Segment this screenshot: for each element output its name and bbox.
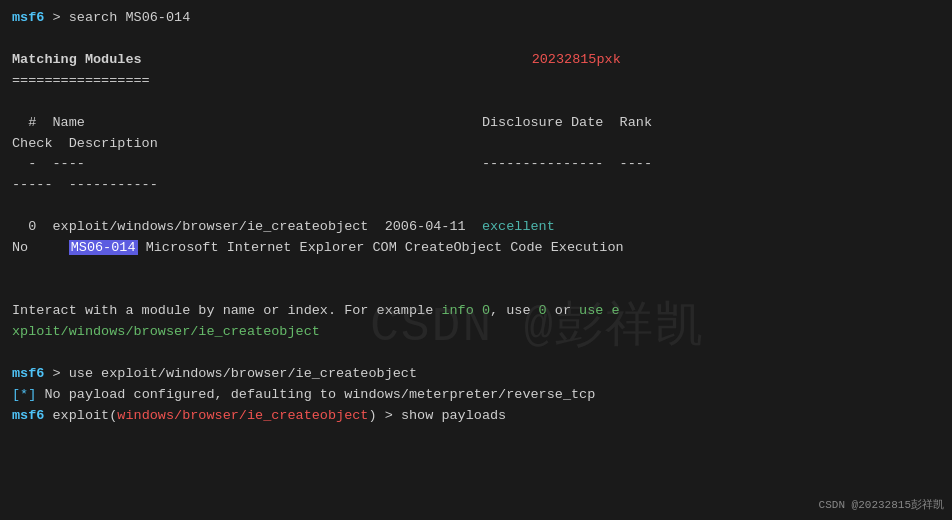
- exploit-path-text: xploit/windows/browser/ie_createobject: [12, 324, 320, 339]
- interact-line: Interact with a module by name or index.…: [12, 301, 940, 322]
- prompt-msf6: msf6: [12, 10, 44, 25]
- rank-excellent: excellent: [482, 219, 555, 234]
- data-row-0-line1: 0 exploit/windows/browser/ie_createobjec…: [12, 217, 940, 238]
- blank-line-6: [12, 343, 940, 364]
- col-dashes-line1: - ---- --------------- ----: [12, 154, 940, 175]
- prompt-msf6-3: msf6: [12, 408, 44, 423]
- col-header-check: Check Description: [12, 136, 158, 151]
- blank-line-3: [12, 196, 940, 217]
- row-check: No: [12, 240, 69, 255]
- separator-line: =================: [12, 71, 940, 92]
- col-dash-2: ----- -----------: [12, 177, 158, 192]
- col-header-hash: # Name Disclosure Date Rank: [12, 115, 652, 130]
- blank-line-5: [12, 280, 940, 301]
- interact-text-2: , use: [490, 303, 539, 318]
- command-line-3: msf6 exploit(windows/browser/ie_createob…: [12, 406, 940, 427]
- use-e-link: use e: [579, 303, 620, 318]
- col-header-check-desc: Check Description: [12, 134, 940, 155]
- col-headers-line: # Name Disclosure Date Rank: [12, 113, 940, 134]
- blank-line-2: [12, 92, 940, 113]
- col-dashes-line2: ----- -----------: [12, 175, 940, 196]
- command-line-2: msf6 > use exploit/windows/browser/ie_cr…: [12, 364, 940, 385]
- blank-line: [12, 29, 940, 50]
- row-desc: Microsoft Internet Explorer COM CreateOb…: [138, 240, 624, 255]
- payload-warn-text: No payload configured, defaulting to win…: [36, 387, 595, 402]
- star-bracket: [*]: [12, 387, 36, 402]
- col-dash-1: - ---- --------------- ----: [12, 156, 652, 171]
- interact-text-3: or: [547, 303, 579, 318]
- interact-text: Interact with a module by name or index.…: [12, 303, 441, 318]
- exploit-path-wrap-line: xploit/windows/browser/ie_createobject: [12, 322, 940, 343]
- info-link: info 0: [441, 303, 490, 318]
- cmd-use: use exploit/windows/browser/ie_createobj…: [69, 366, 417, 381]
- terminal: msf6 > search MS06-014 Matching Modules2…: [0, 0, 952, 520]
- exploit-module-name: windows/browser/ie_createobject: [117, 408, 368, 423]
- blank-line-4: [12, 259, 940, 280]
- command-line-1: msf6 > search MS06-014: [12, 8, 940, 29]
- use-0-link: 0: [539, 303, 547, 318]
- separator: =================: [12, 73, 150, 88]
- prompt-msf6-2: msf6: [12, 366, 44, 381]
- matching-modules-heading: Matching Modules: [12, 52, 142, 67]
- row-index: 0 exploit/windows/browser/ie_createobjec…: [12, 219, 482, 234]
- data-row-0-line2: No MS06-014 Microsoft Internet Explorer …: [12, 238, 940, 259]
- cmd-search: search MS06-014: [69, 10, 191, 25]
- ms06-highlight: MS06-014: [69, 240, 138, 255]
- payload-warn-line: [*] No payload configured, defaulting to…: [12, 385, 940, 406]
- csdn-badge: CSDN @20232815彭祥凯: [819, 497, 944, 514]
- watermark-top: 20232815pxk: [532, 52, 621, 67]
- matching-modules-line: Matching Modules20232815pxk: [12, 50, 940, 71]
